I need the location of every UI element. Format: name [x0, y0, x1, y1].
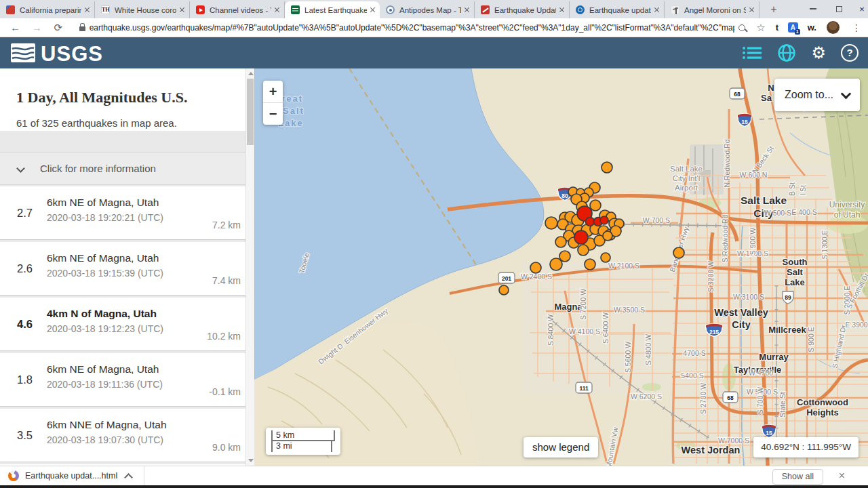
tab-close-icon[interactable]	[84, 7, 90, 13]
chevron-down-icon	[841, 88, 852, 99]
map-label: W 700 S	[643, 216, 670, 224]
place: 4km N of Magna, Utah	[47, 308, 207, 320]
browser-window: California preparing for wor TH White Ho…	[0, 0, 868, 488]
tab-close-icon[interactable]	[559, 7, 565, 13]
forward-icon[interactable]: →	[31, 22, 43, 33]
browser-tab-2[interactable]: TH White House coronavirus p	[95, 1, 190, 18]
map-label: W 4100 S	[569, 327, 600, 336]
earthquake-list-item[interactable]: 2.7 6km NE of Magna, Utah 2020-03-18 19:…	[0, 186, 254, 240]
statue-favicon-icon	[671, 5, 679, 14]
map-label: South	[783, 257, 808, 267]
place: 6km NE of Magna, Utah	[47, 252, 212, 264]
profile-avatar[interactable]	[827, 21, 840, 34]
show-legend-button[interactable]: show legend	[524, 437, 598, 458]
browser-tab-6[interactable]: Earthquake Update: Nation	[475, 1, 570, 18]
map-label: W 2400 S	[521, 272, 552, 281]
svg-text:68: 68	[727, 394, 734, 401]
map-scale: 5 km 3 mi	[266, 428, 340, 455]
window-maximize-button[interactable]	[826, 0, 852, 18]
globe-icon[interactable]	[777, 43, 796, 62]
help-icon[interactable]: ?	[841, 44, 859, 62]
tab-close-icon[interactable]	[179, 7, 185, 13]
sidebar-scrollbar[interactable]	[245, 68, 254, 466]
usgs-favicon-icon	[291, 5, 300, 14]
scale-mi: 3 mi	[271, 441, 332, 452]
back-icon[interactable]: ←	[9, 22, 22, 33]
magnitude: 2.7	[0, 207, 47, 220]
close-download-bar-icon[interactable]	[839, 472, 845, 479]
news-favicon-icon	[6, 5, 15, 14]
extension-t-icon[interactable]: t	[776, 22, 778, 33]
show-all-downloads-button[interactable]: Show all	[772, 469, 823, 485]
tab-close-icon[interactable]	[749, 7, 755, 13]
svg-text:89: 89	[785, 294, 791, 301]
basemap-svg: 80 15 215 89 68 111 201 15 68 15 Great S…	[254, 68, 868, 466]
place: 6km NNE of Magna, Utah	[47, 419, 212, 431]
zoom-to-dropdown[interactable]: Zoom to...	[774, 79, 860, 111]
map-label: Salt Lake	[670, 165, 703, 173]
scroll-down-icon[interactable]	[248, 459, 254, 462]
downloaded-file-icon	[8, 470, 19, 481]
list-view-icon[interactable]	[742, 45, 762, 60]
earthquake-list-item-selected[interactable]: 4.6 4km N of Magna, Utah 2020-03-18 19:1…	[0, 298, 254, 351]
tab-close-icon[interactable]	[370, 7, 376, 13]
zoom-in-button[interactable]: +	[263, 81, 283, 103]
svg-text:68: 68	[734, 91, 741, 98]
browser-tab-active[interactable]: Latest Earthquakes	[285, 1, 380, 18]
map-label: S 1300 E	[821, 230, 829, 259]
map-label: State St	[778, 392, 787, 417]
lock-icon[interactable]	[79, 26, 85, 31]
browser-menu-icon[interactable]: ⋮	[852, 22, 861, 33]
thehill-favicon-icon: TH	[101, 5, 110, 14]
map-label: Sa	[761, 93, 772, 103]
tab-close-icon[interactable]	[464, 7, 470, 13]
map-label: W 4700	[749, 369, 773, 377]
browser-tab-1[interactable]: California preparing for wor	[0, 1, 95, 18]
window-close-button[interactable]: ×	[849, 0, 868, 18]
browser-tab-5[interactable]: Antipodes Map - Tunnel to	[380, 1, 475, 18]
map-label: W 2100 S	[608, 262, 639, 270]
earthquake-list-item[interactable]: 3.5 6km NNE of Magna, Utah 2020-03-18 19…	[0, 409, 254, 462]
downloaded-file[interactable]: Earthquake updat....html	[25, 471, 117, 481]
extension-w-icon[interactable]: w.	[808, 22, 816, 33]
cursor-coordinates: 40.692°N : 111.995°W	[753, 437, 859, 458]
map-zoom-control: + −	[263, 81, 283, 125]
scrollbar-thumb[interactable]	[247, 79, 254, 145]
usgs-logo[interactable]: USGS	[7, 41, 108, 65]
new-tab-button[interactable]: +	[765, 1, 783, 17]
earthquake-list-item[interactable]: 2.6 6km NE of Magna, Utah 2020-03-18 19:…	[0, 242, 254, 296]
map-label: Salt	[283, 106, 304, 116]
window-minimize-button[interactable]	[800, 0, 826, 18]
magnitude: 3.5	[0, 429, 47, 442]
map-label: W 3100 S	[733, 293, 764, 301]
browser-tab-3[interactable]: Channel videos - YouTube S	[190, 1, 285, 18]
extension-a-icon[interactable]: A1	[788, 22, 798, 33]
map-label: Salt	[787, 267, 804, 277]
zoom-page-icon[interactable]	[738, 24, 745, 31]
settings-gear-icon[interactable]: ⚙	[811, 45, 826, 61]
earthquake-list-item[interactable]: 1.8 6km NE of Magna, Utah 2020-03-18 19:…	[0, 353, 254, 407]
page-title: 1 Day, All Magnitudes U.S.	[16, 89, 238, 106]
reload-icon[interactable]: ⟳	[52, 22, 64, 34]
tab-close-icon[interactable]	[654, 7, 660, 13]
map-label: 5400 S	[681, 371, 703, 380]
tab-close-icon[interactable]	[274, 7, 280, 13]
map-label: Heights	[806, 407, 839, 418]
map-label: B St	[788, 182, 796, 196]
map-label: S 4800 W	[644, 334, 652, 365]
scroll-up-icon[interactable]	[248, 72, 254, 75]
bookmark-star-icon[interactable]: ☆	[756, 22, 765, 34]
map-label: West Valley	[714, 307, 768, 318]
browser-tab-8[interactable]: Angel Moroni on Salt Lake	[665, 1, 760, 18]
place: 6km NE of Magna, Utah	[47, 197, 212, 209]
address-bar[interactable]: earthquake.usgs.gov/earthquakes/map/#%7B…	[90, 23, 735, 33]
map-label: S 900 E	[807, 327, 815, 352]
chevron-up-icon[interactable]	[124, 473, 133, 482]
zoom-out-button[interactable]: −	[263, 103, 283, 125]
svg-text:215: 215	[709, 329, 719, 336]
more-information-toggle[interactable]: Click for more information	[0, 152, 254, 185]
browser-tab-7[interactable]: Earthquake updates: Rumo	[570, 1, 665, 18]
map-label: I St	[799, 185, 807, 196]
browser-toolbar: ← → ⟳ earthquake.usgs.gov/earthquakes/ma…	[0, 18, 868, 37]
map-view[interactable]: 80 15 215 89 68 111 201 15 68 15 Great S…	[254, 68, 868, 466]
